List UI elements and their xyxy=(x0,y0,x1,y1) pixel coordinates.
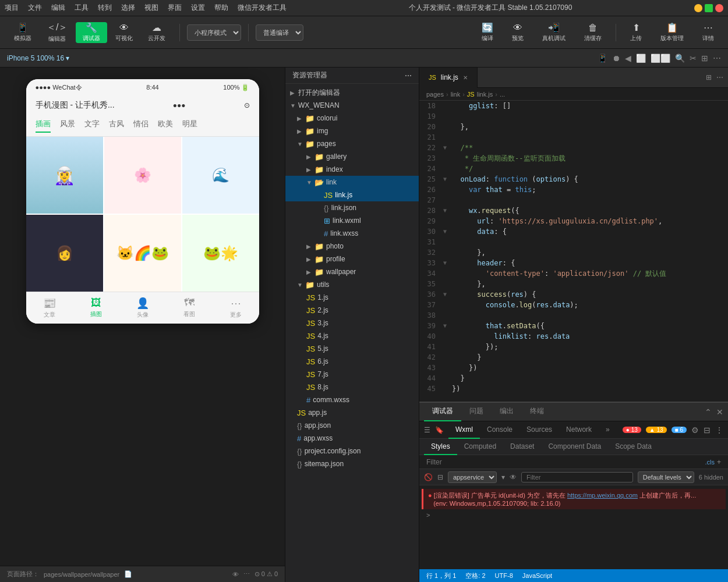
menu-item-help[interactable]: 帮助 xyxy=(214,3,228,13)
version-mgmt-button[interactable]: 📋 版本管理 xyxy=(653,22,691,43)
phone-nav-landscape[interactable]: 风景 xyxy=(60,119,75,133)
console-eye-icon[interactable]: 👁 xyxy=(510,473,517,481)
styles-tab-computed[interactable]: Computed xyxy=(457,439,503,455)
phone-tab-article[interactable]: 📰 文章 xyxy=(26,297,73,319)
split-editor-icon[interactable]: ⊞ xyxy=(706,73,712,81)
tree-3js[interactable]: JS 3.js xyxy=(285,317,419,329)
tree-4js[interactable]: JS 4.js xyxy=(285,329,419,342)
tree-comm-wxss[interactable]: # comm.wxss xyxy=(285,393,419,406)
path-icon[interactable]: 📄 xyxy=(124,570,132,578)
debug-subtab-sources[interactable]: Sources xyxy=(520,421,559,439)
menu-item-settings[interactable]: 设置 xyxy=(191,3,205,13)
tree-8js[interactable]: JS 8.js xyxy=(285,381,419,393)
add-style-icon[interactable]: + xyxy=(717,458,721,466)
eye-icon[interactable]: 👁 xyxy=(232,571,239,578)
upload-button[interactable]: ⬆ 上传 xyxy=(623,22,649,43)
console-clear-icon[interactable]: 🚫 xyxy=(424,473,433,481)
menu-item-project[interactable]: 项目 xyxy=(5,3,19,13)
search-icon[interactable]: 🔍 xyxy=(675,54,685,63)
minimize-button[interactable] xyxy=(694,4,702,12)
real-debug-button[interactable]: 📲 真机调试 xyxy=(535,22,572,43)
menu-item-file[interactable]: 文件 xyxy=(28,3,42,13)
phone-nav-western[interactable]: 欧美 xyxy=(158,119,173,133)
error-link[interactable]: https://mp.weixin.qq.com xyxy=(567,492,638,499)
phone-nav-ancient[interactable]: 古风 xyxy=(109,119,124,133)
tree-utils[interactable]: ▼ 📁 utils xyxy=(285,278,419,291)
debug-close-icon[interactable]: ✕ xyxy=(716,407,723,417)
debugger-button[interactable]: 🔧 调试器 xyxy=(76,22,107,43)
more-options-icon[interactable]: ⋮ xyxy=(715,425,723,435)
phone-nav-illustrations[interactable]: 插画 xyxy=(36,119,51,133)
phone-tab-view[interactable]: 🗺 看图 xyxy=(166,297,213,319)
tree-6js[interactable]: JS 6.js xyxy=(285,355,419,368)
debug-subtab-network[interactable]: Network xyxy=(559,421,599,439)
simulator-button[interactable]: 📱 模拟器 xyxy=(7,22,38,43)
tree-link-json[interactable]: ▶ {} link.json xyxy=(285,201,419,214)
console-level-select[interactable]: Default levels xyxy=(638,471,694,483)
compile-type-select[interactable]: 普通编译 xyxy=(256,24,303,41)
phone-tab-illustrations[interactable]: 🖼 插图 xyxy=(73,297,119,319)
fold-36[interactable]: ▼ xyxy=(440,289,450,300)
phone-img-2[interactable]: 🌸 xyxy=(104,137,181,214)
phone-img-1[interactable]: 🧝‍♀️ xyxy=(26,137,103,214)
phone-img-3[interactable]: 🌊 xyxy=(182,137,259,214)
tree-index[interactable]: ▶ 📁 index xyxy=(285,163,419,176)
preview-button[interactable]: 👁 预览 xyxy=(505,22,531,43)
tree-photo[interactable]: ▶ 📁 photo xyxy=(285,240,419,253)
tree-link-wxss[interactable]: ▶ # link.wxss xyxy=(285,227,419,240)
tree-sitemap[interactable]: {} sitemap.json xyxy=(285,457,419,470)
fold-25[interactable]: ▼ xyxy=(440,174,450,184)
debug-tab-issues[interactable]: 问题 xyxy=(461,403,492,421)
subtab-bookmark-icon[interactable]: 🔖 xyxy=(435,426,444,434)
split-icon[interactable]: ⊞ xyxy=(701,54,708,63)
tab-icon[interactable]: ⬜⬜ xyxy=(651,54,670,63)
menu-item-interface[interactable]: 界面 xyxy=(168,3,182,13)
tab-link-js[interactable]: JS link.js ✕ xyxy=(419,68,478,88)
menu-item-goto[interactable]: 转到 xyxy=(98,3,112,13)
tree-gallery[interactable]: ▶ 📁 gallery xyxy=(285,150,419,163)
menu-item-select[interactable]: 选择 xyxy=(121,3,135,13)
cls-button[interactable]: .cls xyxy=(705,459,715,466)
clear-cache-button[interactable]: 🗑 清缓存 xyxy=(577,22,609,43)
tab-close-icon[interactable]: ✕ xyxy=(463,74,468,81)
phone-nav-couple[interactable]: 情侣 xyxy=(133,119,149,133)
debug-subtab-more[interactable]: » xyxy=(599,421,617,439)
copy-icon[interactable]: ⬜ xyxy=(636,54,646,63)
debug-subtab-wxml[interactable]: Wxml xyxy=(448,421,480,439)
debug-collapse-icon[interactable]: ⌃ xyxy=(705,407,712,417)
compile-mode-select[interactable]: 小程序模式 xyxy=(187,24,241,41)
styles-filter-input[interactable] xyxy=(426,458,705,466)
styles-tab-scope-data[interactable]: Scope Data xyxy=(608,439,659,455)
debug-tab-debugger[interactable]: 调试器 xyxy=(424,403,461,421)
editor-button[interactable]: ＜/＞ 编辑器 xyxy=(40,22,75,43)
visual-button[interactable]: 👁 可视化 xyxy=(108,22,140,43)
tree-project-config[interactable]: {} project.config.json xyxy=(285,445,419,457)
debug-tab-output[interactable]: 编出 xyxy=(492,403,522,421)
editor-options-icon[interactable]: ⋯ xyxy=(716,73,723,81)
tree-app-wxss[interactable]: # app.wxss xyxy=(285,432,419,445)
phone-more-dots[interactable]: ●●● xyxy=(173,101,186,109)
debug-subtab-console[interactable]: Console xyxy=(480,421,520,439)
phone-img-5[interactable]: 🐱🌈🐸 xyxy=(104,215,181,292)
dots-icon[interactable]: ⋯ xyxy=(713,54,721,63)
record-icon[interactable]: ⏺ xyxy=(612,54,620,63)
tree-wallpaper[interactable]: ▶ 📁 wallpaper xyxy=(285,265,419,278)
subtab-icon[interactable]: ☰ xyxy=(424,426,430,434)
phone-nav-star[interactable]: 明星 xyxy=(182,119,197,133)
tree-app-json[interactable]: {} app.json xyxy=(285,419,419,432)
console-filter-input[interactable] xyxy=(521,472,633,482)
menu-item-wechat-devtools[interactable]: 微信开发者工具 xyxy=(238,3,287,13)
phone-scan-icon[interactable]: ⊙ xyxy=(244,101,250,109)
tree-app-js[interactable]: JS app.js xyxy=(285,406,419,419)
phone-tab-more[interactable]: ⋯ 更多 xyxy=(213,297,259,319)
fold-33[interactable]: ▼ xyxy=(440,258,450,268)
tree-link-js[interactable]: ▶ JS link.js xyxy=(285,189,419,201)
details-button[interactable]: ⋯ 详情 xyxy=(695,22,721,43)
fold-30[interactable]: ▼ xyxy=(440,226,450,237)
maximize-button[interactable] xyxy=(705,4,713,12)
styles-tab-component-data[interactable]: Component Data xyxy=(541,439,608,455)
menu-item-edit[interactable]: 编辑 xyxy=(51,3,65,13)
tree-5js[interactable]: JS 5.js xyxy=(285,342,419,355)
compile-button[interactable]: 🔄 编译 xyxy=(475,22,500,43)
debug-tab-terminal[interactable]: 终端 xyxy=(522,403,552,421)
